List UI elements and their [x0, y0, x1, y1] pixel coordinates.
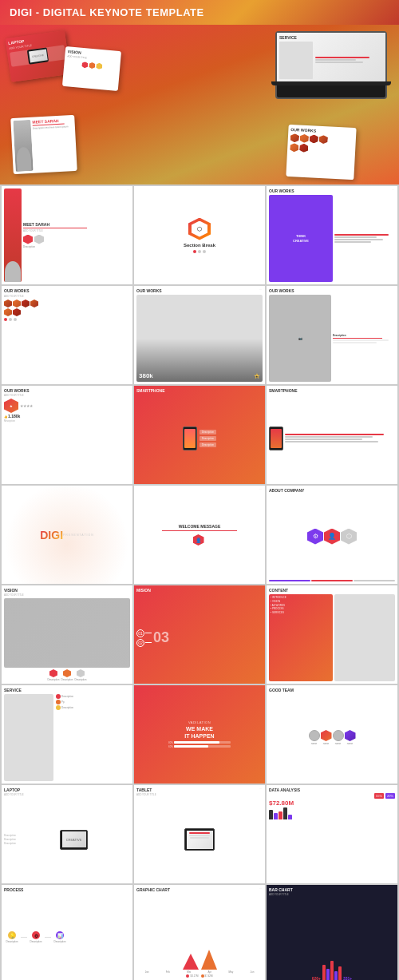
hero-section: SERVICE LAPTOP ADD YOUR TITLE CREATIVE [0, 25, 399, 184]
slide-content[interactable]: CONTENT • INTRODUCE • VISION • AS WORKS … [267, 585, 397, 684]
slide-graphic-chart[interactable]: GRAPHIC CHART JanFebMarAprMayJun $3.17M … [134, 885, 265, 980]
page-title: DIGI - DIGITAL KEYNOTE TEMPLATE [10, 6, 204, 18]
slide-data-analysis[interactable]: DATA ANALYSIS 55% 20% $72.80M [267, 785, 397, 883]
slide-mission[interactable]: MISION 01 02 03 [134, 585, 265, 684]
slide-tablet[interactable]: TABLET ADD YOUR TITLE ... [134, 785, 265, 883]
slide-our-works-380k[interactable]: OUR WORKS 380k ★ ... [134, 286, 265, 384]
slide-vision[interactable]: VISION ADD YOUR TITLE Description Descri… [2, 585, 132, 684]
section-break-label-1: Section Break [184, 243, 215, 248]
laptop-screen: SERVICE [277, 33, 385, 81]
slide-laptop[interactable]: LAPTOP ADD YOUR TITLE Description Descri… [2, 785, 132, 883]
slide-smartphone-gradient[interactable]: SMARTPHONE Description Description Descr… [134, 386, 265, 484]
slide-our-works-think[interactable]: OUR WORKS THINKCREATIVE ... [267, 186, 397, 284]
slide-welcome-message[interactable]: WELCOME MESSAGE 👤 ... [134, 486, 265, 584]
hero-card-vision: VISION ADD YOUR TITLE [62, 46, 121, 91]
slide-section-break-1[interactable]: ⬡ Section Break [134, 186, 265, 284]
hero-mockup: SERVICE LAPTOP ADD YOUR TITLE CREATIVE [0, 25, 399, 184]
slide-our-works-photo2[interactable]: OUR WORKS 📷 Description [267, 286, 397, 384]
section-break-hex-1: ⬡ [188, 218, 211, 240]
slide-we-make[interactable]: VADILATION WE MAKEIT HAPPEN 80% 60% [134, 685, 265, 784]
slide-process[interactable]: PROCESS 💡 Description ⚙ Description 📊 De… [2, 885, 132, 980]
slide-service[interactable]: SERVICE Description Pp Description [2, 685, 132, 784]
slide-about-company[interactable]: ABOUT COMPANY ⚙ 👤 ⬡ [267, 486, 397, 584]
laptop-base [271, 81, 391, 85]
page-header: DIGI - DIGITAL KEYNOTE TEMPLATE [0, 0, 399, 25]
slide-good-team[interactable]: GOOD TEAM name name name name [267, 685, 397, 784]
slides-grid: MEET SARAH ADD YOUR TITLE Description ..… [0, 184, 399, 980]
slide-digi-logo[interactable]: DIGI PRESENTATION [2, 486, 132, 584]
slide-our-works-hex[interactable]: OUR WORKS ADD YOUR TITLE [2, 286, 132, 384]
slide-bar-chart[interactable]: BAR CHART ADD YOUR TITLE 626+ 331+ [267, 885, 397, 980]
hero-card-laptop: LAPTOP ADD YOUR TITLE CREATIVE [6, 30, 71, 82]
hero-card-our-works: OUR WORKS [286, 125, 356, 180]
hero-card-meet-sarah: MEET SARAH Description text here lorem i… [10, 115, 77, 174]
slide-meet-sarah[interactable]: MEET SARAH ADD YOUR TITLE Description ..… [2, 186, 132, 284]
slide-our-works-1180k[interactable]: OUR WORKS ADD YOUR TITLE ★ ★★★★ 👍 1.180k… [2, 386, 132, 484]
slide-smartphone-white[interactable]: SMARTPHONE [267, 386, 397, 484]
laptop-mockup: SERVICE [275, 31, 387, 99]
digi-logo-text: DIGI [40, 529, 63, 542]
